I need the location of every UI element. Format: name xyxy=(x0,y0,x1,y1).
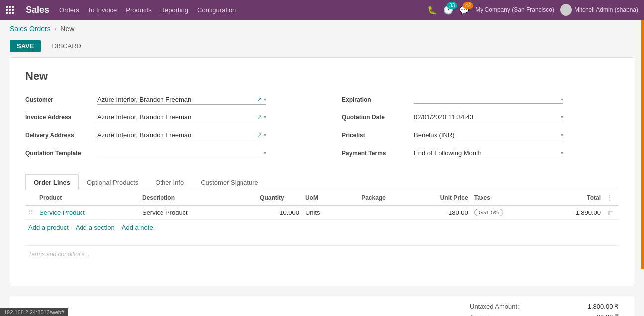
customer-row: Customer Azure Interior, Brandon Freeman… xyxy=(25,93,322,106)
customer-dropdown-icon: ▾ xyxy=(264,97,266,102)
summary-table: Untaxed Amount: 1,800.00 ₹ Taxes: 90.00 … xyxy=(470,301,619,316)
expiration-field[interactable]: ▾ xyxy=(414,96,563,104)
navbar-menu: Orders To Invoice Products Reporting Con… xyxy=(59,6,236,14)
nav-to-invoice[interactable]: To Invoice xyxy=(88,6,117,14)
delivery-address-dropdown-icon: ▾ xyxy=(264,132,266,138)
tab-order-lines[interactable]: Order Lines xyxy=(25,174,79,190)
untaxed-label: Untaxed Amount: xyxy=(470,303,519,310)
row-uom[interactable]: Units xyxy=(302,206,343,220)
form-right-col: Expiration ▾ Quotation Date 02/01/2020 1… xyxy=(322,93,619,164)
quotation-template-field[interactable]: ▾ xyxy=(97,149,266,157)
summary-section: Untaxed Amount: 1,800.00 ₹ Taxes: 90.00 … xyxy=(10,296,634,316)
invoice-address-dropdown-icon: ▾ xyxy=(264,114,266,120)
pricelist-field[interactable]: Benelux (INR) ▾ xyxy=(414,130,563,140)
quotation-date-value: 02/01/2020 11:34:43 xyxy=(414,113,561,121)
nav-products[interactable]: Products xyxy=(126,6,151,14)
tab-optional-products[interactable]: Optional Products xyxy=(79,174,147,190)
payment-terms-dropdown-icon: ▾ xyxy=(561,150,563,156)
invoice-address-field[interactable]: Azure Interior, Brandon Freeman ↗ ▾ xyxy=(97,112,266,122)
row-product[interactable]: Service Product xyxy=(36,206,139,220)
col-unit-price: Unit Price xyxy=(403,190,471,206)
status-bar: 192.168.2.24:8013/web# xyxy=(0,308,68,316)
company-selector[interactable]: My Company (San Francisco) xyxy=(475,6,554,13)
col-menu: ⋮ xyxy=(604,190,619,206)
navbar-brand: Sales xyxy=(26,5,49,15)
nav-configuration[interactable]: Configuration xyxy=(197,6,236,14)
grid-menu-icon[interactable] xyxy=(6,6,14,14)
quotation-date-label: Quotation Date xyxy=(342,114,414,121)
avatar xyxy=(560,4,572,16)
expiration-dropdown-icon: ▾ xyxy=(561,97,563,102)
customer-label: Customer xyxy=(25,96,97,103)
discard-button[interactable]: DISCARD xyxy=(45,40,88,52)
column-menu-icon[interactable]: ⋮ xyxy=(607,194,613,201)
row-unit-price[interactable]: 180.00 xyxy=(403,206,471,220)
bug-icon-wrapper[interactable]: 🐛 xyxy=(427,5,437,15)
quotation-template-row: Quotation Template ▾ xyxy=(25,146,322,160)
invoice-address-row: Invoice Address Azure Interior, Brandon … xyxy=(25,110,322,124)
user-menu[interactable]: Mitchell Admin (shabna) xyxy=(560,4,638,16)
delivery-address-value: Azure Interior, Brandon Freeman xyxy=(97,131,257,139)
payment-terms-value: End of Following Month xyxy=(414,149,561,157)
navbar-left: Sales Orders To Invoice Products Reporti… xyxy=(6,5,236,15)
document-title: New xyxy=(25,70,619,83)
terms-area[interactable]: Terms and conditions... xyxy=(25,245,619,263)
quotation-template-dropdown-icon: ▾ xyxy=(264,150,266,156)
clock-icon-wrapper[interactable]: 🕐 33 xyxy=(443,5,453,15)
add-section-link[interactable]: Add a section xyxy=(76,224,115,231)
tab-other-info[interactable]: Other Info xyxy=(147,174,192,190)
main-content: New Customer Azure Interior, Brandon Fre… xyxy=(10,57,634,286)
delete-row-icon[interactable]: 🗑 xyxy=(607,209,614,216)
navbar: Sales Orders To Invoice Products Reporti… xyxy=(0,0,644,20)
navbar-right: 🐛 🕐 33 💬 42 My Company (San Francisco) M… xyxy=(427,4,638,16)
taxes-label: Taxes: xyxy=(470,313,488,316)
expiration-label: Expiration xyxy=(342,96,414,103)
quotation-date-row: Quotation Date 02/01/2020 11:34:43 ▾ xyxy=(342,110,619,124)
col-total: Total xyxy=(542,190,604,206)
row-taxes: GST 5% xyxy=(471,206,542,220)
invoice-address-value: Azure Interior, Brandon Freeman xyxy=(97,113,257,121)
add-note-link[interactable]: Add a note xyxy=(122,224,153,231)
col-product: Product xyxy=(36,190,139,206)
save-button[interactable]: SAVE xyxy=(10,40,41,52)
drag-handle-icon[interactable]: ⠿ xyxy=(28,209,33,216)
row-quantity[interactable]: 10.000 xyxy=(242,206,302,220)
table-row: ⠿ Service Product Service Product 10.000… xyxy=(25,206,619,220)
quotation-date-field[interactable]: 02/01/2020 11:34:43 ▾ xyxy=(414,112,563,122)
customer-field[interactable]: Azure Interior, Brandon Freeman ↗ ▾ xyxy=(97,95,266,105)
col-description: Description xyxy=(139,190,242,206)
tab-customer-signature[interactable]: Customer Signature xyxy=(192,174,267,190)
row-description[interactable]: Service Product xyxy=(139,206,242,220)
expiration-row: Expiration ▾ xyxy=(342,93,619,106)
pricelist-value: Benelux (INR) xyxy=(414,131,561,139)
payment-terms-field[interactable]: End of Following Month ▾ xyxy=(414,148,563,158)
form-grid: Customer Azure Interior, Brandon Freeman… xyxy=(25,93,619,164)
taxes-row: Taxes: 90.00 ₹ xyxy=(470,312,619,316)
row-total: 1,890.00 xyxy=(542,206,604,220)
status-url: 192.168.2.24:8013/web# xyxy=(4,309,64,315)
untaxed-amount-row: Untaxed Amount: 1,800.00 ₹ xyxy=(470,301,619,312)
untaxed-value: 1,800.00 ₹ xyxy=(588,303,619,310)
col-package: Package xyxy=(343,190,403,206)
payment-terms-label: Payment Terms xyxy=(342,150,414,157)
nav-orders[interactable]: Orders xyxy=(59,6,79,14)
chat-icon-wrapper[interactable]: 💬 42 xyxy=(459,5,469,15)
pricelist-dropdown-icon: ▾ xyxy=(561,132,563,138)
gst-badge[interactable]: GST 5% xyxy=(474,209,503,216)
col-uom: UoM xyxy=(302,190,343,206)
taxes-value: 90.00 ₹ xyxy=(597,313,619,316)
col-taxes: Taxes xyxy=(471,190,542,206)
action-bar: SAVE DISCARD xyxy=(0,38,644,57)
nav-reporting[interactable]: Reporting xyxy=(161,6,188,14)
add-product-link[interactable]: Add a product xyxy=(28,224,69,231)
delivery-address-ext-link-icon[interactable]: ↗ xyxy=(257,132,262,138)
invoice-address-ext-link-icon[interactable]: ↗ xyxy=(257,114,262,120)
breadcrumb-parent[interactable]: Sales Orders xyxy=(10,25,51,33)
tabs: Order Lines Optional Products Other Info… xyxy=(25,174,619,190)
pricelist-row: Pricelist Benelux (INR) ▾ xyxy=(342,128,619,142)
form-left-col: Customer Azure Interior, Brandon Freeman… xyxy=(25,93,322,164)
delivery-address-field[interactable]: Azure Interior, Brandon Freeman ↗ ▾ xyxy=(97,130,266,140)
payment-terms-row: Payment Terms End of Following Month ▾ xyxy=(342,146,619,160)
customer-ext-link-icon[interactable]: ↗ xyxy=(257,96,262,103)
col-quantity: Quantity xyxy=(242,190,302,206)
